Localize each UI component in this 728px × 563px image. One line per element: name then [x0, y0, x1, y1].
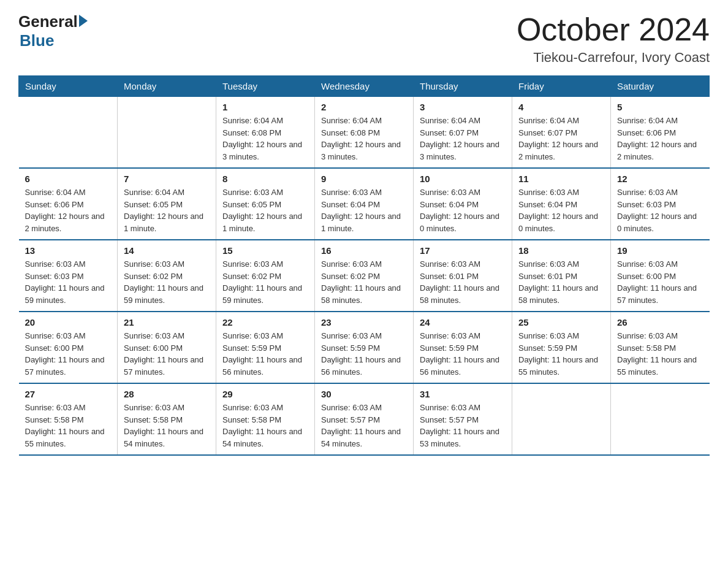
calendar-cell [512, 383, 611, 455]
column-header-tuesday: Tuesday [216, 76, 315, 97]
logo-text-general: General [18, 12, 78, 31]
calendar-cell: 19Sunrise: 6:03 AMSunset: 6:00 PMDayligh… [611, 240, 710, 312]
calendar-cell: 31Sunrise: 6:03 AMSunset: 5:57 PMDayligh… [414, 383, 512, 455]
logo-text-blue: Blue [20, 31, 54, 50]
week-row-2: 6Sunrise: 6:04 AMSunset: 6:06 PMDaylight… [19, 168, 710, 240]
day-info: Sunrise: 6:03 AMSunset: 5:57 PMDaylight:… [420, 402, 506, 450]
calendar-cell: 10Sunrise: 6:03 AMSunset: 6:04 PMDayligh… [414, 168, 512, 240]
day-number: 9 [321, 174, 407, 184]
calendar-cell: 15Sunrise: 6:03 AMSunset: 6:02 PMDayligh… [216, 240, 315, 312]
day-info: Sunrise: 6:04 AMSunset: 6:05 PMDaylight:… [124, 186, 210, 234]
day-info: Sunrise: 6:03 AMSunset: 6:01 PMDaylight:… [420, 258, 506, 306]
day-info: Sunrise: 6:04 AMSunset: 6:07 PMDaylight:… [518, 115, 604, 163]
day-info: Sunrise: 6:03 AMSunset: 6:04 PMDaylight:… [518, 186, 604, 234]
calendar-cell: 12Sunrise: 6:03 AMSunset: 6:03 PMDayligh… [611, 168, 710, 240]
column-header-sunday: Sunday [19, 76, 118, 97]
day-number: 28 [124, 389, 210, 399]
day-number: 8 [222, 174, 308, 184]
day-info: Sunrise: 6:03 AMSunset: 6:02 PMDaylight:… [124, 258, 210, 306]
calendar-cell: 7Sunrise: 6:04 AMSunset: 6:05 PMDaylight… [118, 168, 216, 240]
day-number: 13 [25, 245, 112, 256]
calendar-cell: 4Sunrise: 6:04 AMSunset: 6:07 PMDaylight… [512, 97, 611, 169]
day-info: Sunrise: 6:03 AMSunset: 6:04 PMDaylight:… [321, 186, 407, 234]
day-info: Sunrise: 6:03 AMSunset: 6:03 PMDaylight:… [617, 186, 703, 234]
column-header-monday: Monday [118, 76, 216, 97]
day-number: 11 [518, 174, 604, 184]
page-header: General Blue October 2024 Tiekou-Carrefo… [18, 12, 710, 66]
day-info: Sunrise: 6:03 AMSunset: 5:58 PMDaylight:… [25, 402, 112, 450]
calendar-cell: 28Sunrise: 6:03 AMSunset: 5:58 PMDayligh… [118, 383, 216, 455]
calendar-cell [611, 383, 710, 455]
day-info: Sunrise: 6:03 AMSunset: 5:58 PMDaylight:… [617, 330, 703, 378]
day-info: Sunrise: 6:04 AMSunset: 6:06 PMDaylight:… [25, 186, 112, 234]
day-info: Sunrise: 6:03 AMSunset: 6:02 PMDaylight:… [321, 258, 407, 306]
column-header-wednesday: Wednesday [315, 76, 414, 97]
day-number: 19 [617, 245, 703, 256]
calendar-cell: 22Sunrise: 6:03 AMSunset: 5:59 PMDayligh… [216, 312, 315, 383]
calendar-header-row: SundayMondayTuesdayWednesdayThursdayFrid… [19, 76, 710, 97]
calendar-cell: 21Sunrise: 6:03 AMSunset: 6:00 PMDayligh… [118, 312, 216, 383]
column-header-friday: Friday [512, 76, 611, 97]
day-info: Sunrise: 6:03 AMSunset: 6:03 PMDaylight:… [25, 258, 112, 306]
calendar-cell: 9Sunrise: 6:03 AMSunset: 6:04 PMDaylight… [315, 168, 414, 240]
calendar-cell: 14Sunrise: 6:03 AMSunset: 6:02 PMDayligh… [118, 240, 216, 312]
calendar-cell: 18Sunrise: 6:03 AMSunset: 6:01 PMDayligh… [512, 240, 611, 312]
day-info: Sunrise: 6:03 AMSunset: 6:01 PMDaylight:… [518, 258, 604, 306]
day-number: 22 [222, 317, 308, 327]
day-number: 17 [420, 245, 506, 256]
calendar-cell: 8Sunrise: 6:03 AMSunset: 6:05 PMDaylight… [216, 168, 315, 240]
day-number: 16 [321, 245, 407, 256]
day-number: 10 [420, 174, 506, 184]
calendar-cell: 26Sunrise: 6:03 AMSunset: 5:58 PMDayligh… [611, 312, 710, 383]
day-info: Sunrise: 6:03 AMSunset: 6:04 PMDaylight:… [420, 186, 506, 234]
day-number: 1 [222, 102, 308, 112]
calendar-cell: 11Sunrise: 6:03 AMSunset: 6:04 PMDayligh… [512, 168, 611, 240]
page-subtitle: Tiekou-Carrefour, Ivory Coast [517, 50, 710, 66]
column-header-saturday: Saturday [611, 76, 710, 97]
day-number: 26 [617, 317, 703, 327]
calendar-cell [118, 97, 216, 169]
calendar-cell: 29Sunrise: 6:03 AMSunset: 5:58 PMDayligh… [216, 383, 315, 455]
calendar-cell: 20Sunrise: 6:03 AMSunset: 6:00 PMDayligh… [19, 312, 118, 383]
day-info: Sunrise: 6:03 AMSunset: 6:00 PMDaylight:… [617, 258, 703, 306]
logo-arrow-icon [79, 15, 88, 27]
week-row-1: 1Sunrise: 6:04 AMSunset: 6:08 PMDaylight… [19, 97, 710, 169]
day-info: Sunrise: 6:03 AMSunset: 5:59 PMDaylight:… [222, 330, 308, 378]
day-number: 20 [25, 317, 112, 327]
day-number: 25 [518, 317, 604, 327]
week-row-4: 20Sunrise: 6:03 AMSunset: 6:00 PMDayligh… [19, 312, 710, 383]
calendar-cell: 16Sunrise: 6:03 AMSunset: 6:02 PMDayligh… [315, 240, 414, 312]
day-info: Sunrise: 6:03 AMSunset: 5:58 PMDaylight:… [222, 402, 308, 450]
day-info: Sunrise: 6:03 AMSunset: 5:59 PMDaylight:… [420, 330, 506, 378]
calendar-cell: 17Sunrise: 6:03 AMSunset: 6:01 PMDayligh… [414, 240, 512, 312]
day-number: 12 [617, 174, 703, 184]
page-title: October 2024 [517, 12, 710, 47]
day-number: 29 [222, 389, 308, 399]
day-info: Sunrise: 6:03 AMSunset: 5:57 PMDaylight:… [321, 402, 407, 450]
day-number: 7 [124, 174, 210, 184]
calendar-cell: 1Sunrise: 6:04 AMSunset: 6:08 PMDaylight… [216, 97, 315, 169]
calendar-cell: 5Sunrise: 6:04 AMSunset: 6:06 PMDaylight… [611, 97, 710, 169]
logo: General Blue [18, 12, 88, 50]
day-number: 4 [518, 102, 604, 112]
day-number: 30 [321, 389, 407, 399]
calendar-table: SundayMondayTuesdayWednesdayThursdayFrid… [18, 75, 710, 456]
day-number: 24 [420, 317, 506, 327]
day-number: 6 [25, 174, 112, 184]
calendar-cell: 24Sunrise: 6:03 AMSunset: 5:59 PMDayligh… [414, 312, 512, 383]
day-info: Sunrise: 6:03 AMSunset: 5:59 PMDaylight:… [518, 330, 604, 378]
day-info: Sunrise: 6:04 AMSunset: 6:07 PMDaylight:… [420, 115, 506, 163]
day-number: 3 [420, 102, 506, 112]
day-info: Sunrise: 6:04 AMSunset: 6:08 PMDaylight:… [321, 115, 407, 163]
calendar-cell: 2Sunrise: 6:04 AMSunset: 6:08 PMDaylight… [315, 97, 414, 169]
day-info: Sunrise: 6:03 AMSunset: 6:02 PMDaylight:… [222, 258, 308, 306]
day-info: Sunrise: 6:03 AMSunset: 6:00 PMDaylight:… [124, 330, 210, 378]
day-number: 15 [222, 245, 308, 256]
day-number: 21 [124, 317, 210, 327]
day-number: 31 [420, 389, 506, 399]
calendar-cell: 30Sunrise: 6:03 AMSunset: 5:57 PMDayligh… [315, 383, 414, 455]
calendar-cell [19, 97, 118, 169]
column-header-thursday: Thursday [414, 76, 512, 97]
day-number: 5 [617, 102, 703, 112]
calendar-cell: 13Sunrise: 6:03 AMSunset: 6:03 PMDayligh… [19, 240, 118, 312]
